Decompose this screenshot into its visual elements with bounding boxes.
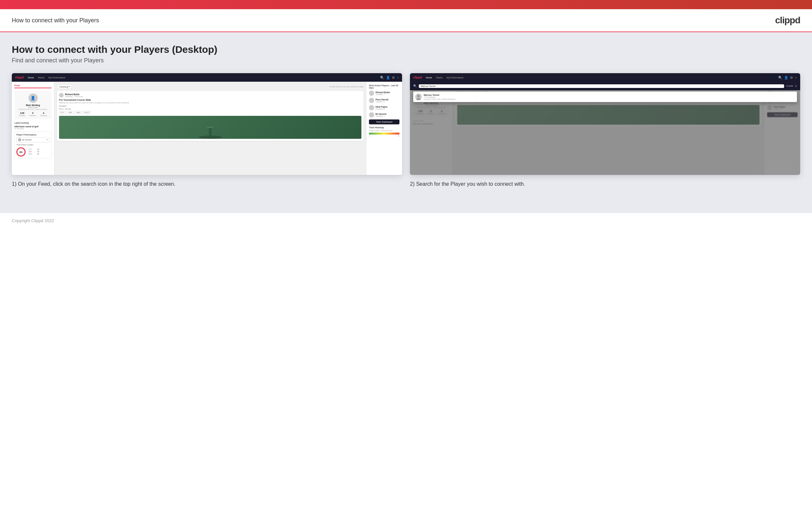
search-result-avatar [415, 93, 422, 100]
latest-activity-label: Latest Activity [14, 122, 51, 124]
screenshot-frame-2: clippd Home Teams My Performance 🔍 👤 ⚙ ○ [410, 73, 800, 175]
player-performance-label: Player Performance [16, 134, 50, 136]
activity-header: Richard Butler Yesterday - The Grove [59, 93, 362, 97]
feed-tab[interactable]: Feed [14, 84, 51, 88]
nav-performance[interactable]: My Performance [49, 77, 65, 79]
settings-icon[interactable]: ⚙ [392, 76, 395, 79]
quality-display: 84 OTT 79 APP [16, 147, 50, 157]
hero-section: How to connect with your Players (Deskto… [12, 44, 800, 64]
tag-putt: PUTT [83, 111, 91, 114]
svg-point-2 [207, 120, 213, 127]
player-name: Piers Parnell [376, 98, 388, 101]
stat-followers: 3 Followers [29, 112, 36, 117]
stat-bars: OTT 79 APP 70 [29, 148, 39, 155]
player-name: Richard Butler [376, 91, 390, 93]
duration-label: Duration [59, 105, 66, 107]
search-icon-overlay: 🔍 [413, 84, 417, 88]
caption-1: 1) On your Feed, click on the search ico… [12, 180, 402, 188]
player-activities: Activities: 7 [376, 93, 390, 95]
activity-desc: Walking the course with my coach to buil… [59, 102, 362, 104]
player-select-name: Eli Vincent [22, 139, 46, 141]
heatmap-bar [369, 133, 399, 134]
player-name: Hiral Pujara [376, 106, 387, 108]
quality-row: Total Player Quality [16, 144, 50, 146]
activity-user: Richard Butler [65, 93, 83, 95]
search-result-dropdown[interactable]: Marcus Turner 1-5 Handicap Cypress Point… [413, 92, 797, 102]
app-nav-2: clippd Home Teams My Performance 🔍 👤 ⚙ ○ [410, 73, 800, 82]
tag-app: APP [67, 111, 74, 114]
activity-card: Richard Butler Yesterday - The Grove Pre… [57, 91, 363, 141]
player-activities: Activities: 4 [376, 101, 388, 103]
scale-left: -5 [369, 135, 370, 137]
activity-avatar [59, 93, 64, 97]
following-button[interactable]: Following ▾ [57, 84, 72, 89]
avatar-icon[interactable]: ○ [397, 76, 399, 79]
tag-arg: ARG [75, 111, 82, 114]
player-avatar [369, 112, 374, 118]
player-select[interactable]: Eli Vincent ▾ [16, 137, 50, 142]
active-player-eli: Eli Vincent Activities: 1 [369, 112, 399, 118]
svg-rect-3 [207, 127, 213, 128]
screenshot-col-1: clippd Home Teams My Performance 🔍 👤 ⚙ ○ [12, 73, 402, 188]
nav-logo: clippd [15, 76, 24, 79]
page-title: How to connect with your Players [12, 17, 99, 24]
settings-icon-2[interactable]: ⚙ [790, 76, 793, 79]
header: How to connect with your Players clippd [0, 9, 812, 32]
clear-button[interactable]: CLEAR [786, 85, 793, 87]
activity-tags: OTT APP ARG PUTT [59, 111, 362, 114]
tag-ott: OTT [59, 111, 66, 114]
left-panel: Feed 👤 Blair McHarg Golf Coach Mill Ride… [12, 82, 54, 175]
active-player-richard: Richard Butler Activities: 7 [369, 91, 399, 96]
activity-duration: Duration [59, 105, 362, 107]
screenshot-col-2: clippd Home Teams My Performance 🔍 👤 ⚙ ○ [410, 73, 800, 188]
scale-right: +5 [397, 135, 399, 137]
control-link[interactable]: Control who can see your activity and da… [329, 86, 363, 88]
player-activities: Activities: 1 [376, 115, 386, 117]
user-icon-2[interactable]: 👤 [784, 76, 788, 79]
player-name: Eli Vincent [376, 113, 386, 115]
main-content: How to connect with your Players (Deskto… [0, 32, 812, 213]
bar-app: APP 70 [29, 151, 39, 153]
search-icon[interactable]: 🔍 [380, 76, 384, 79]
nav-teams[interactable]: Teams [38, 77, 45, 79]
chevron-down-icon: ▾ [68, 85, 70, 88]
app-body: Feed 👤 Blair McHarg Golf Coach Mill Ride… [12, 82, 402, 175]
following-row: Following ▾ Control who can see your act… [57, 84, 363, 89]
heatmap-scale: -5 +5 [369, 135, 399, 137]
bar-arg: ARG 64 [29, 153, 39, 155]
nav-home[interactable]: Home [28, 77, 34, 79]
profile-card: 👤 Blair McHarg Golf Coach Mill Ride Golf… [14, 91, 51, 119]
player-avatar [369, 91, 374, 96]
nav-home-2[interactable]: Home [426, 77, 432, 79]
player-performance-section: Player Performance Eli Vincent ▾ Total P… [14, 132, 51, 159]
avatar-icon-2[interactable]: ○ [795, 76, 797, 79]
hero-subtitle: Find and connect with your Players [12, 57, 800, 64]
active-players-title: Most Active Players - Last 30 days [369, 84, 399, 89]
nav-icons: 🔍 👤 ⚙ ○ [380, 76, 399, 79]
nav-teams-2[interactable]: Teams [436, 77, 443, 79]
bar-ott: OTT 79 [29, 148, 39, 150]
latest-activity-title: Afternoon round of golf [14, 125, 51, 128]
search-input[interactable]: Marcus Turner [419, 84, 784, 88]
close-icon[interactable]: × [795, 84, 797, 88]
nav-performance-2[interactable]: My Performance [447, 77, 463, 79]
team-heatmap-title: Team Heatmap [369, 126, 399, 129]
app-mockup-2: clippd Home Teams My Performance 🔍 👤 ⚙ ○ [410, 73, 800, 175]
nav-logo-2: clippd [413, 76, 422, 79]
profile-stats: 129 Activities 3 Followers 4 [17, 112, 49, 117]
svg-point-0 [199, 135, 222, 139]
active-player-hiral: Hiral Pujara Activities: 3 [369, 105, 399, 110]
profile-club: Mill Ride Golf Club, United Kingdom [17, 108, 49, 110]
user-icon[interactable]: 👤 [386, 76, 390, 79]
player-avatar [369, 105, 374, 110]
chevron-down-icon: ▾ [47, 138, 48, 141]
player-avatar [369, 98, 374, 103]
search-bar-overlay: 🔍 Marcus Turner CLEAR × [410, 82, 800, 90]
team-dashboard-button[interactable]: Team Dashboard [369, 120, 399, 124]
activity-time: 02 hr : 00 min [59, 108, 362, 110]
activity-title: Pre Tournament Course Walk [59, 99, 362, 101]
hero-title: How to connect with your Players (Deskto… [12, 44, 800, 55]
player-select-avatar [18, 138, 21, 141]
search-icon-2[interactable]: 🔍 [778, 76, 782, 79]
caption-2: 2) Search for the Player you wish to con… [410, 180, 800, 188]
